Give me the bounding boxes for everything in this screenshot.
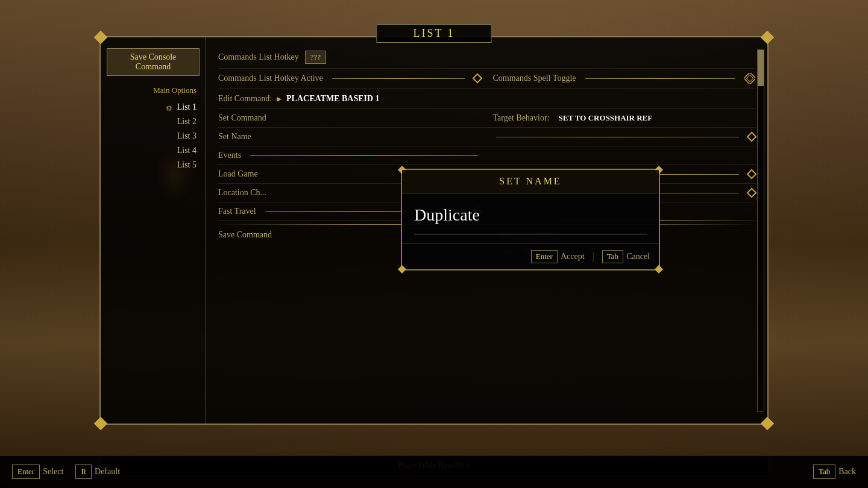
modal-overlay: SET NAME Duplicate Enter Accept | Tab Ca… [0, 0, 868, 488]
modal-actions: Enter Accept | Tab Cancel [402, 244, 659, 269]
modal-title-text: SET NAME [499, 176, 561, 186]
modal-cancel-button[interactable]: Tab Cancel [602, 250, 650, 263]
modal-accept-button[interactable]: Enter Accept [531, 250, 585, 263]
accept-key: Enter [531, 250, 558, 263]
set-name-dialog: SET NAME Duplicate Enter Accept | Tab Ca… [401, 169, 660, 271]
modal-title-bar: SET NAME [402, 170, 659, 193]
cancel-label: Cancel [626, 252, 650, 261]
accept-label: Accept [561, 252, 585, 261]
modal-input-area[interactable]: Duplicate [402, 193, 659, 244]
modal-input-value[interactable]: Duplicate [414, 202, 647, 228]
cancel-key: Tab [602, 250, 623, 263]
modal-input-underline [414, 234, 647, 234]
